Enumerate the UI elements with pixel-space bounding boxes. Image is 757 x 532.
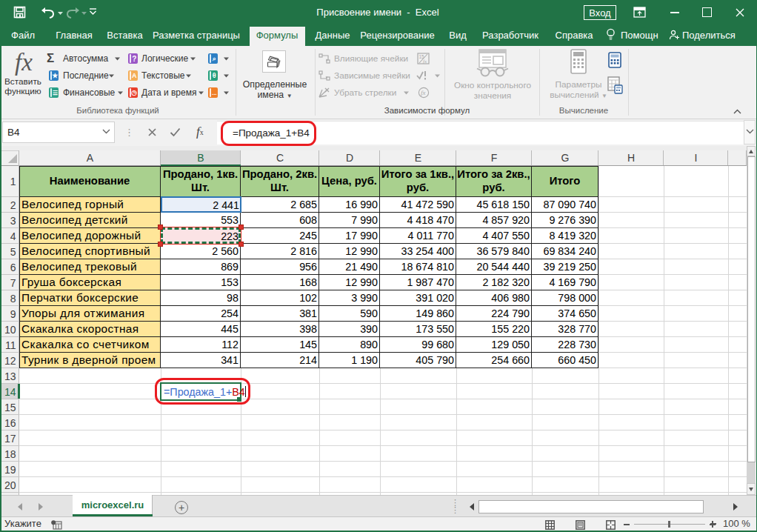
svg-text:fx: fx [421,89,426,96]
svg-text:fx: fx [423,59,427,64]
